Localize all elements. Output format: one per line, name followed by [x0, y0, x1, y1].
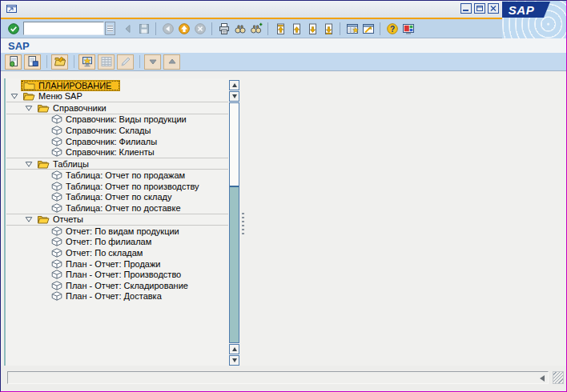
system-toolbar: ? [1, 19, 502, 38]
minimize-button[interactable] [460, 3, 472, 14]
scroll-up-button[interactable] [229, 80, 239, 90]
tree-item-label: Справочник: Филиалы [66, 137, 157, 146]
tree-item[interactable]: Отчет: По складам [6, 247, 228, 258]
find-button[interactable] [232, 21, 247, 36]
status-expand-icon[interactable] [540, 375, 545, 382]
close-button[interactable] [488, 3, 499, 14]
tree-item-label: Отчет: По филиалам [66, 237, 151, 246]
help-button[interactable]: ? [384, 21, 400, 36]
documentation-button[interactable] [98, 54, 115, 70]
restore-icon [476, 5, 484, 12]
enter-button[interactable] [6, 21, 21, 36]
node: План - Отчет: Производство [50, 270, 183, 279]
command-field [23, 22, 115, 35]
find-next-icon [250, 22, 263, 35]
expander-icon[interactable] [24, 104, 34, 112]
assign-users-button[interactable] [78, 54, 95, 70]
find-icon [234, 22, 247, 35]
next-page-button[interactable] [304, 21, 320, 36]
tree-item[interactable]: Справочник: Клиенты [6, 146, 228, 158]
tree-item[interactable]: План - Отчет: Производство [6, 269, 228, 280]
create-role-button[interactable] [51, 54, 68, 70]
cancel-button[interactable] [192, 21, 207, 36]
tree-item-label: План - Отчет: Продажи [66, 259, 160, 269]
selected-node: ПЛАНИРОВАНИЕ [21, 80, 120, 91]
nav-back-button[interactable] [160, 21, 175, 36]
status-message-field[interactable] [7, 371, 549, 384]
tree-item-label: Отчет: По видам продукции [66, 226, 179, 236]
last-page-button[interactable] [320, 21, 336, 36]
customize-button[interactable] [400, 21, 416, 36]
find-next-button[interactable] [248, 21, 263, 36]
tree-item[interactable]: Справочник: Виды продукции [6, 114, 228, 126]
tree-item[interactable]: Отчет: По видам продукции [6, 226, 228, 237]
transaction-icon [51, 270, 62, 279]
create-shortcut-button[interactable] [360, 21, 376, 36]
expander-icon[interactable] [24, 215, 34, 223]
tree-item[interactable]: Справочник: Склады [6, 125, 228, 136]
first-page-icon [274, 22, 287, 35]
node: Отчет: По филиалам [50, 237, 153, 246]
collapse-command-icon [122, 22, 135, 35]
tree-item[interactable]: Отчеты [6, 214, 228, 226]
system-menu-icon[interactable] [6, 3, 18, 14]
exit-button[interactable] [176, 21, 191, 36]
tree-item[interactable]: Справочники [6, 102, 228, 114]
command-history-dropdown[interactable] [105, 22, 115, 35]
sap-menu-button[interactable] [24, 54, 41, 70]
nav-back-icon [162, 22, 175, 35]
tree-item[interactable]: Справочник: Филиалы [6, 136, 228, 147]
sap-logo: SAP [502, 1, 566, 38]
other-menu-icon [7, 55, 20, 68]
tree-item[interactable]: ПЛАНИРОВАНИЕ [6, 80, 228, 91]
sap-logo-text: SAP [509, 3, 534, 17]
node: Отчет: По видам продукции [50, 226, 181, 236]
tree-item[interactable]: План - Отчет: Складирование [6, 280, 228, 291]
scrollbar-thumb[interactable] [230, 103, 239, 187]
tree-item-label: Справочник: Клиенты [66, 147, 155, 157]
splitter-handle[interactable] [242, 213, 245, 234]
print-button[interactable] [216, 21, 231, 36]
tree-item-label: Отчет: По складам [66, 248, 143, 258]
tree-item[interactable]: Отчет: По филиалам [6, 237, 228, 248]
node: Таблица: Отчет по складу [50, 192, 173, 202]
move-down-button[interactable] [144, 54, 161, 70]
scroll-down-button[interactable] [229, 91, 239, 102]
scrollbar-track[interactable] [229, 102, 239, 343]
scroll-down-button-bottom[interactable] [229, 355, 239, 366]
transaction-icon [51, 170, 62, 180]
move-down-icon [147, 55, 159, 68]
prev-page-button[interactable] [288, 21, 304, 36]
transaction-icon [51, 226, 62, 236]
first-page-button[interactable] [272, 21, 288, 36]
expander-icon[interactable] [24, 160, 34, 168]
new-session-button[interactable] [344, 21, 360, 36]
folder-open-icon [22, 91, 35, 101]
move-up-button[interactable] [163, 54, 180, 70]
scroll-up-button-bottom[interactable] [229, 344, 239, 354]
app-toolbar-icons [5, 54, 182, 70]
tree-item[interactable]: Таблицы [6, 158, 228, 170]
resize-grip[interactable] [553, 371, 564, 384]
tree-item-label: Отчеты [53, 214, 83, 224]
tree-item[interactable]: План - Отчет: Продажи [6, 258, 228, 270]
sap-menu-icon [26, 55, 39, 68]
other-menu-button[interactable] [5, 54, 22, 70]
restore-button[interactable] [474, 3, 485, 14]
command-input[interactable] [23, 22, 104, 35]
tree-item[interactable]: Таблица: Отчет по складу [6, 191, 228, 202]
edit-button[interactable] [117, 54, 134, 70]
tree-item[interactable]: Таблица: Отчет по продажам [6, 170, 228, 181]
create-shortcut-icon [362, 22, 375, 35]
tree-item[interactable]: Таблица: Отчет по доставке [6, 202, 228, 214]
expander-icon[interactable] [10, 92, 19, 100]
collapse-command-button[interactable] [120, 21, 135, 36]
tree-item[interactable]: Меню SAP [6, 91, 228, 102]
tree-item[interactable]: План - Отчет: Доставка [6, 290, 228, 302]
last-page-icon [322, 22, 335, 35]
minimize-icon [462, 5, 470, 12]
tree-item[interactable]: Таблица: Отчет по производству [6, 181, 228, 192]
triangle-up-icon [232, 83, 237, 87]
titlebar [1, 1, 566, 18]
save-button[interactable] [136, 21, 151, 36]
